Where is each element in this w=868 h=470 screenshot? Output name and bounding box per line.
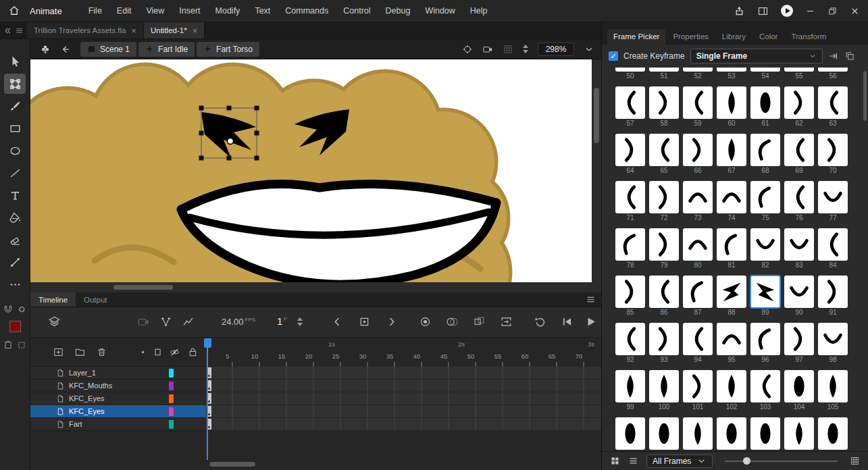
frame-thumbnail[interactable]: 96: [750, 323, 780, 364]
more-tools[interactable]: [4, 274, 26, 294]
frame-thumbnail[interactable]: 67: [717, 134, 746, 175]
create-keyframe-checkbox[interactable]: [609, 51, 618, 61]
eraser-tool[interactable]: [4, 230, 26, 250]
frame-thumbnail[interactable]: 65: [649, 134, 679, 175]
list-view-icon[interactable]: [628, 456, 638, 466]
add-layer-icon[interactable]: [53, 346, 64, 358]
frame-thumbnail[interactable]: 94: [683, 323, 713, 364]
frame-thumbnail[interactable]: 80: [683, 228, 713, 269]
frame-thumbnail[interactable]: 50: [615, 68, 645, 80]
frame-thumbnail[interactable]: 77: [818, 181, 848, 222]
frame-thumbnail[interactable]: 81: [717, 228, 746, 269]
panel-tab-library[interactable]: Library: [716, 29, 752, 45]
onion-skin-outline-icon[interactable]: [446, 315, 459, 328]
layer-color-chip[interactable]: [169, 420, 174, 429]
lock-layers-icon[interactable]: [187, 346, 199, 358]
frame-thumbnail[interactable]: 100: [649, 370, 679, 411]
frame-thumbnail[interactable]: 95: [717, 323, 746, 364]
menu-edit[interactable]: Edit: [109, 0, 139, 22]
frame-thumbnail[interactable]: 70: [818, 134, 848, 175]
home-icon[interactable]: [8, 5, 20, 17]
workspace-layout-icon[interactable]: [757, 5, 769, 17]
stage-canvas[interactable]: [30, 59, 592, 282]
frame-mode-select[interactable]: Single Frame: [690, 49, 823, 63]
panel-tab-transform[interactable]: Transform: [785, 29, 832, 45]
current-frame[interactable]: 1F: [277, 315, 287, 327]
frame-thumbnail[interactable]: 104: [784, 370, 814, 411]
layer-color-chip[interactable]: [169, 407, 174, 416]
tab-close-icon[interactable]: ×: [193, 26, 198, 36]
dock-menu-icon[interactable]: [15, 26, 24, 35]
restore-button[interactable]: [827, 6, 838, 16]
scrollbar-thumb[interactable]: [594, 88, 599, 143]
frame-thumbnail[interactable]: 93: [649, 323, 679, 364]
stage-horizontal-scrollbar[interactable]: [30, 282, 601, 292]
zoom-level-field[interactable]: 298%: [538, 43, 574, 56]
frame-thumbnail[interactable]: 106: [615, 417, 645, 451]
zoom-stepper[interactable]: [523, 45, 528, 53]
free-transform-tool[interactable]: [4, 74, 26, 94]
onion-skin-icon[interactable]: [419, 315, 432, 328]
thumbnail-size-slider[interactable]: [725, 454, 838, 468]
frame-thumbnail[interactable]: 109: [717, 417, 746, 451]
panel-tab-frame-picker[interactable]: Frame Picker: [607, 29, 665, 45]
menu-insert[interactable]: Insert: [172, 0, 207, 22]
rotate-view-tool[interactable]: [16, 303, 28, 315]
panel-vertical-scrollbar[interactable]: [863, 70, 867, 448]
frame-thumbnail[interactable]: 73: [683, 181, 713, 222]
menu-file[interactable]: File: [81, 0, 109, 22]
outline-layers-icon[interactable]: [152, 346, 163, 358]
frame-thumbnail[interactable]: 91: [818, 276, 848, 317]
marquee-tool[interactable]: [16, 339, 28, 351]
duplicate-frame-icon[interactable]: [844, 51, 855, 61]
frame-thumbnail[interactable]: 62: [784, 86, 814, 128]
timeline-tab-timeline[interactable]: Timeline: [30, 292, 76, 307]
breadcrumb-item[interactable]: Fart Torso: [197, 42, 259, 57]
menu-window[interactable]: Window: [417, 0, 462, 22]
frame-thumbnail[interactable]: 98: [818, 323, 848, 364]
frame-thumbnail[interactable]: 58: [649, 86, 679, 128]
layer-color-chip[interactable]: [169, 394, 174, 403]
loop-playback-icon[interactable]: [534, 315, 546, 328]
document-tab[interactable]: Trillion Travelers Assets.fla×: [27, 22, 144, 38]
oval-tool[interactable]: [4, 140, 26, 161]
layer-color-chip[interactable]: [169, 382, 174, 390]
snap-magnet-toggle[interactable]: [2, 303, 14, 315]
selection-tool[interactable]: [4, 51, 26, 72]
frame-thumbnail[interactable]: 82: [750, 228, 780, 269]
play-icon[interactable]: [584, 315, 597, 328]
menu-commands[interactable]: Commands: [278, 0, 336, 22]
menu-help[interactable]: Help: [463, 0, 495, 22]
menu-debug[interactable]: Debug: [378, 0, 418, 22]
frame-thumbnail[interactable]: 52: [683, 68, 713, 80]
scrollbar-thumb[interactable]: [209, 462, 255, 467]
show-hide-layers-icon[interactable]: [169, 346, 180, 358]
frame-thumbnail[interactable]: 63: [818, 86, 848, 128]
frame-grid[interactable]: [206, 367, 601, 431]
brush-tool[interactable]: [4, 96, 26, 116]
frame-thumbnail[interactable]: 84: [818, 228, 848, 269]
panel-tab-color[interactable]: Color: [753, 29, 784, 45]
frame-thumbnail[interactable]: 88: [717, 276, 746, 317]
frame-thumbnail[interactable]: 68: [750, 134, 780, 175]
layer-color-chip[interactable]: [169, 369, 174, 377]
breadcrumb-item[interactable]: Fart Idle: [138, 42, 195, 57]
frame-thumbnail[interactable]: 75: [750, 181, 780, 222]
frame-thumbnail[interactable]: 92: [615, 323, 645, 364]
panel-tab-properties[interactable]: Properties: [667, 29, 714, 45]
layer-row[interactable]: Layer_1: [30, 367, 206, 380]
minimize-button[interactable]: [805, 6, 815, 16]
frame-thumbnail[interactable]: 56: [818, 68, 848, 80]
timeline-ruler[interactable]: 1s2s3s510152025303540455055606570: [206, 338, 601, 367]
frame-thumbnail[interactable]: 61: [750, 86, 780, 128]
highlight-layers-icon[interactable]: [137, 346, 149, 358]
breadcrumb-item[interactable]: Scene 1: [80, 42, 136, 57]
modify-markers-icon[interactable]: [500, 315, 513, 328]
transform-center-point[interactable]: [228, 138, 234, 145]
step-forward-icon[interactable]: [385, 315, 398, 328]
stage-vertical-scrollbar[interactable]: [592, 59, 601, 282]
frame-thumbnail[interactable]: 99: [615, 370, 645, 411]
frame-stepper[interactable]: [297, 317, 303, 326]
slider-thumb[interactable]: [743, 457, 750, 465]
text-tool[interactable]: [4, 185, 26, 205]
